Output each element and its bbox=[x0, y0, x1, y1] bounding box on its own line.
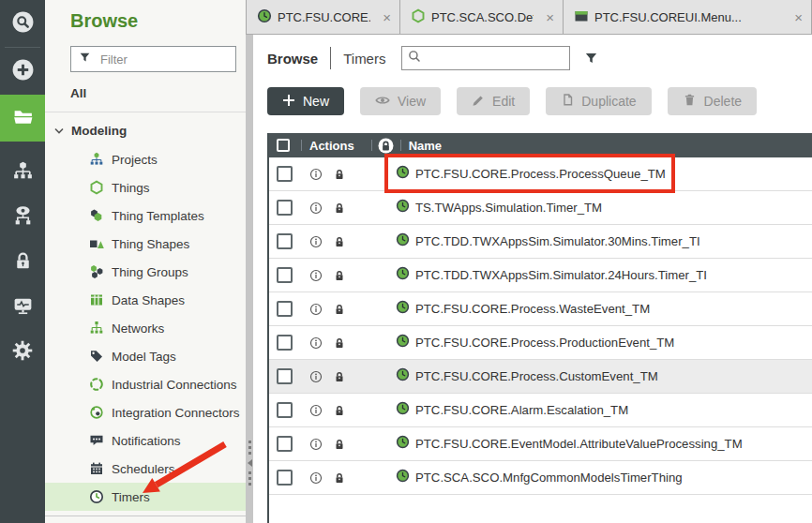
row-checkbox[interactable] bbox=[277, 301, 293, 317]
row-checkbox[interactable] bbox=[277, 335, 293, 351]
nav-item-model-tags[interactable]: Model Tags bbox=[45, 342, 246, 370]
delete-button[interactable]: Delete bbox=[668, 87, 757, 115]
rail-search-button[interactable] bbox=[0, 0, 45, 47]
timers-table: Actions Name PTC.FSU.CORE.Process.Proces… bbox=[267, 133, 812, 523]
entity-name: PTC.FSU.CORE.Process.CustomEvent_TM bbox=[415, 369, 658, 383]
row-checkbox[interactable] bbox=[277, 436, 293, 452]
nav-item-integration-connectors[interactable]: Integration Connectors bbox=[45, 398, 246, 426]
edit-button[interactable]: Edit bbox=[457, 87, 530, 115]
new-button[interactable]: New bbox=[267, 87, 344, 115]
select-all-checkbox[interactable] bbox=[277, 139, 290, 152]
table-row-highlighted: PTC.FSU.CORE.Process.CustomEvent_TM bbox=[269, 360, 812, 394]
table-row: PTC.TDD.TWXAppsSim.Simulator.30Mins.Time… bbox=[269, 225, 812, 259]
entity-name: PTC.FSU.CORE.Alarm.Escalation_TM bbox=[415, 403, 628, 417]
nav-item-notifications[interactable]: Notifications bbox=[45, 426, 246, 455]
info-icon[interactable] bbox=[309, 235, 323, 248]
app-window: Browse All Modeling Projects Things Thin… bbox=[0, 0, 812, 523]
tab-menu[interactable]: PTC.FSU.COREUI.Menu... × bbox=[564, 0, 812, 34]
entity-name-cell[interactable]: PTC.FSU.CORE.Process.ProductionEvent_TM bbox=[396, 334, 674, 351]
entity-name-cell[interactable]: PTC.SCA.SCO.MnfgCommonModelsTimerThing bbox=[396, 469, 683, 486]
timer-icon bbox=[396, 401, 410, 419]
splitter-handle-icon[interactable] bbox=[246, 441, 253, 486]
timer-icon bbox=[396, 266, 410, 284]
info-icon[interactable] bbox=[309, 404, 323, 417]
entity-name-cell[interactable]: PTC.TDD.TWXAppsSim.Simulator.30Mins.Time… bbox=[396, 232, 700, 250]
info-icon[interactable] bbox=[309, 168, 323, 181]
nav-item-networks[interactable]: Networks bbox=[45, 314, 246, 342]
eye-icon bbox=[375, 94, 390, 109]
column-header-name: Name bbox=[409, 139, 442, 153]
nav-item-label: Schedulers bbox=[112, 462, 175, 476]
entity-name: PTC.FSU.CORE.Process.WasteEvent_TM bbox=[415, 302, 650, 316]
search-input[interactable] bbox=[427, 51, 564, 67]
row-checkbox[interactable] bbox=[277, 402, 293, 418]
nav-item-things[interactable]: Things bbox=[45, 173, 246, 202]
rail-settings-button[interactable] bbox=[10, 336, 35, 368]
row-checkbox[interactable] bbox=[277, 166, 293, 182]
tab-default-thing[interactable]: PTC.SCA.SCO.DefaultPr... × bbox=[400, 0, 564, 34]
things-icon bbox=[89, 180, 104, 195]
entity-name-cell[interactable]: PTC.FSU.CORE.Alarm.Escalation_TM bbox=[396, 401, 628, 419]
entity-name-cell[interactable]: PTC.FSU.CORE.Process.ProcessQueue_TM bbox=[396, 165, 666, 183]
tab-label: PTC.FSU.COREUI.Menu... bbox=[594, 10, 742, 24]
rail-modeling-button[interactable] bbox=[11, 157, 35, 188]
nav-item-schedulers[interactable]: Schedulers bbox=[45, 455, 246, 483]
duplicate-button[interactable]: Duplicate bbox=[546, 87, 651, 115]
entity-name-cell[interactable]: PTC.TDD.TWXAppsSim.Simulator.24Hours.Tim… bbox=[396, 266, 707, 284]
nav-item-data-shapes[interactable]: Data Shapes bbox=[45, 286, 246, 314]
nav-item-all[interactable]: All bbox=[45, 72, 246, 112]
nav-item-thing-groups[interactable]: Thing Groups bbox=[45, 258, 246, 286]
nav-group-modeling[interactable]: Modeling bbox=[45, 112, 246, 145]
panel-splitter[interactable] bbox=[246, 35, 253, 523]
timer-icon bbox=[396, 367, 410, 385]
info-icon[interactable] bbox=[309, 438, 323, 451]
close-icon[interactable]: × bbox=[539, 9, 554, 25]
nav-item-label: Thing Shapes bbox=[112, 237, 189, 251]
row-checkbox[interactable] bbox=[277, 233, 293, 249]
rail-security-button[interactable] bbox=[11, 247, 35, 278]
filter-funnel-button[interactable] bbox=[584, 52, 598, 66]
nav-item-thing-shapes[interactable]: Thing Shapes bbox=[45, 230, 246, 258]
entity-name-cell[interactable]: PTC.FSU.CORE.Process.WasteEvent_TM bbox=[396, 300, 650, 318]
info-icon[interactable] bbox=[309, 303, 323, 316]
entity-name-cell[interactable]: PTC.FSU.CORE.EventModel.AttributeValuePr… bbox=[396, 435, 743, 453]
rail-new-entity-button[interactable] bbox=[0, 48, 45, 95]
entity-name-cell[interactable]: TS.TWApps.Simulation.Timer_TM bbox=[396, 199, 602, 217]
tab-label: PTC.FSU.CORE.Process... bbox=[278, 10, 370, 24]
rail-browse-button[interactable] bbox=[0, 95, 45, 142]
nav-item-timers[interactable]: Timers bbox=[45, 483, 246, 511]
filter-input[interactable] bbox=[98, 52, 228, 67]
row-checkbox[interactable] bbox=[277, 200, 293, 216]
search-icon bbox=[408, 50, 422, 67]
nav-item-industrial-connections[interactable]: Industrial Connections bbox=[45, 370, 246, 398]
rail-monitoring-button[interactable] bbox=[11, 291, 35, 323]
info-icon[interactable] bbox=[309, 202, 323, 215]
nav-item-projects[interactable]: Projects bbox=[45, 145, 246, 173]
row-checkbox[interactable] bbox=[277, 368, 293, 384]
row-checkbox[interactable] bbox=[277, 470, 293, 486]
entity-name-cell[interactable]: PTC.FSU.CORE.Process.CustomEvent_TM bbox=[396, 367, 658, 385]
info-icon[interactable] bbox=[309, 269, 323, 282]
info-icon[interactable] bbox=[309, 370, 323, 383]
table-row: PTC.TDD.TWXAppsSim.Simulator.24Hours.Tim… bbox=[269, 259, 812, 292]
info-icon[interactable] bbox=[309, 336, 323, 350]
close-icon[interactable]: × bbox=[376, 9, 391, 25]
info-icon[interactable] bbox=[309, 471, 323, 485]
rail-visualization-button[interactable] bbox=[11, 202, 35, 233]
nav-item-label: Integration Connectors bbox=[112, 406, 240, 420]
nav-item-label: Projects bbox=[112, 153, 158, 167]
tab-process-timer[interactable]: PTC.FSU.CORE.Process... × bbox=[246, 0, 400, 34]
content-area: Browse Timers New bbox=[246, 35, 812, 523]
close-icon[interactable]: × bbox=[788, 9, 803, 25]
thing-groups-icon bbox=[89, 264, 104, 279]
duplicate-icon bbox=[561, 93, 574, 110]
row-checkbox[interactable] bbox=[277, 267, 293, 283]
nav-item-label: Thing Groups bbox=[112, 265, 188, 279]
icon-rail bbox=[0, 0, 45, 523]
panel-bottom-divider bbox=[45, 516, 246, 523]
nav-item-thing-templates[interactable]: Thing Templates bbox=[45, 202, 246, 230]
view-button[interactable]: View bbox=[360, 87, 441, 115]
lock-icon bbox=[333, 303, 346, 316]
nav-item-label: Thing Templates bbox=[112, 209, 204, 223]
table-header: Actions Name bbox=[269, 133, 812, 157]
